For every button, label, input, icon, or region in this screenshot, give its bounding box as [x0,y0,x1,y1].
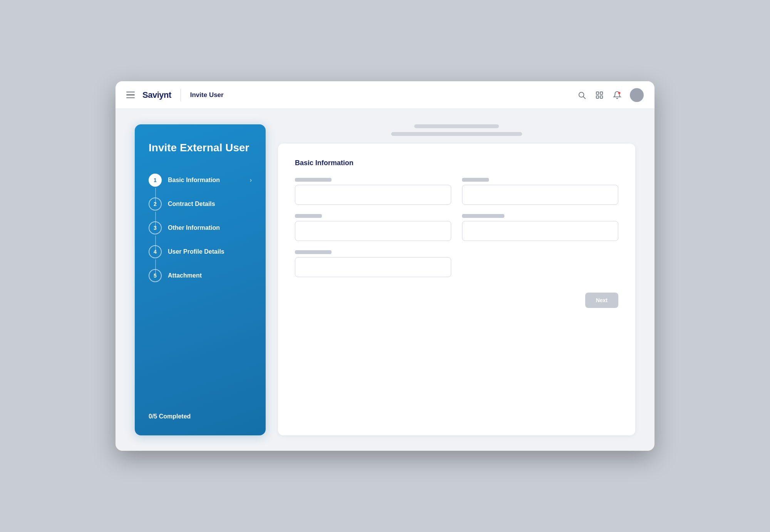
form-row-1 [295,178,618,205]
svg-rect-5 [600,95,603,98]
progress-bar-track [414,124,499,128]
form-row-2 [295,214,618,241]
step-5-attachment[interactable]: 5 Attachment [149,264,252,288]
app-window: Saviynt Invite User [116,81,654,451]
nav-left: Saviynt Invite User [126,89,224,101]
main-content: Invite External User 1 Basic Information… [116,109,654,451]
nav-right [577,88,644,102]
progress-text-bar [391,132,522,136]
form-card: Basic Information [278,144,635,435]
step-2-contract-details[interactable]: 2 Contract Details [149,192,252,216]
svg-rect-4 [596,95,599,98]
step-2-circle: 2 [149,197,162,211]
top-navigation: Saviynt Invite User [116,81,654,109]
form-field-1 [295,178,451,205]
field-1-input[interactable] [295,185,451,205]
wizard-progress: 0/5 Completed [149,413,252,420]
next-button-area: Next [295,286,618,308]
step-4-label: User Profile Details [168,248,224,255]
form-section-title: Basic Information [295,159,618,167]
field-2-label [462,178,489,182]
step-4-circle: 4 [149,245,162,258]
svg-rect-2 [596,92,599,94]
svg-line-1 [583,97,585,99]
step-2-label: Contract Details [168,201,215,207]
wizard-title: Invite External User [149,141,252,154]
menu-icon[interactable] [126,92,135,99]
field-5-label [295,250,331,254]
step-3-circle: 3 [149,221,162,234]
field-5-input[interactable] [295,257,451,277]
search-icon[interactable] [577,90,587,100]
next-button[interactable]: Next [585,293,618,308]
field-2-input[interactable] [462,185,618,205]
wizard-steps: 1 Basic Information › 2 Contract Details… [149,168,252,401]
form-row-3 [295,250,618,277]
right-panel: Basic Information [278,124,635,435]
form-field-3 [295,214,451,241]
field-3-label [295,214,322,218]
step-5-circle: 5 [149,269,162,282]
field-1-label [295,178,331,182]
step-1-chevron: › [250,177,252,184]
logo: Saviynt [142,90,171,100]
step-1-label: Basic Information [168,177,220,184]
step-4-user-profile-details[interactable]: 4 User Profile Details [149,240,252,264]
form-field-2 [462,178,618,205]
avatar[interactable] [630,88,644,102]
form-field-5 [295,250,451,277]
wizard-sidebar: Invite External User 1 Basic Information… [135,124,266,435]
nav-divider [181,89,181,101]
grid-icon[interactable] [594,90,604,100]
step-5-label: Attachment [168,272,202,279]
step-1-basic-information[interactable]: 1 Basic Information › [149,168,252,192]
step-3-label: Other Information [168,224,220,231]
notification-icon[interactable] [612,90,622,100]
field-4-input[interactable] [462,221,618,241]
form-field-4 [462,214,618,241]
progress-area [278,124,635,144]
svg-point-6 [618,92,621,94]
step-1-circle: 1 [149,174,162,187]
field-3-input[interactable] [295,221,451,241]
step-3-other-information[interactable]: 3 Other Information [149,216,252,240]
page-title: Invite User [190,91,224,99]
field-4-label [462,214,504,218]
svg-rect-3 [600,92,603,94]
